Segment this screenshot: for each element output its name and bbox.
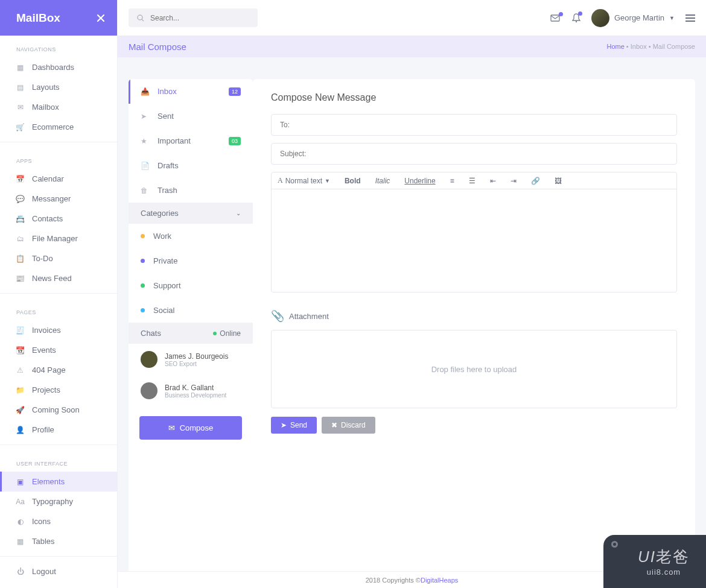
crumb-home[interactable]: Home: [606, 43, 624, 50]
breadcrumb: Home • Inbox • Mail Compose: [606, 43, 695, 50]
nav-events[interactable]: 📆Events: [0, 340, 117, 360]
btn-label: Compose: [180, 423, 214, 432]
search-box[interactable]: [129, 8, 258, 27]
italic-button[interactable]: Italic: [375, 177, 390, 185]
nav-label: Elements: [32, 477, 65, 486]
sent-icon: ➤: [141, 112, 149, 121]
nav-layouts[interactable]: ▤Layouts: [0, 77, 117, 97]
page-header: Mail Compose Home • Inbox • Mail Compose: [118, 36, 706, 57]
footer-link[interactable]: DigitalHeaps: [421, 577, 458, 584]
cat-label: Social: [153, 306, 174, 315]
category-private[interactable]: Private: [129, 248, 253, 273]
hamburger-menu-icon[interactable]: [685, 14, 695, 22]
folder-label: Inbox: [157, 87, 177, 96]
list-icon: 📋: [16, 254, 24, 262]
nav-tables[interactable]: ▦Tables: [0, 531, 117, 551]
nav-newsfeed[interactable]: 📰News Feed: [0, 268, 117, 288]
invoice-icon: 🧾: [16, 326, 24, 334]
divider: [0, 556, 117, 557]
section-title: Categories: [141, 209, 179, 218]
folder-sent[interactable]: ➤ Sent: [129, 104, 253, 128]
to-input[interactable]: [271, 114, 677, 136]
nav-calendar[interactable]: 📅Calendar: [0, 169, 117, 189]
folder-important[interactable]: ★ Important 03: [129, 128, 253, 153]
close-icon: ✖: [331, 421, 337, 429]
nav-invoices[interactable]: 🧾Invoices: [0, 320, 117, 340]
unordered-list-icon[interactable]: ☰: [469, 177, 475, 185]
contacts-icon: 📇: [16, 215, 24, 223]
search-input[interactable]: [150, 14, 249, 22]
subject-input[interactable]: [271, 143, 677, 165]
watermark: UI老爸 uii8.com: [603, 535, 706, 588]
color-dot: [141, 308, 145, 312]
avatar: [141, 351, 157, 368]
dropzone-text: Drop files here to upload: [431, 365, 517, 374]
nav-elements[interactable]: ▣Elements: [0, 472, 117, 492]
contact-name: James J. Bourgeois: [165, 352, 228, 361]
grid-icon: ▦: [16, 63, 24, 71]
nav-contacts[interactable]: 📇Contacts: [0, 209, 117, 229]
bold-button[interactable]: Bold: [345, 177, 361, 185]
folder-drafts[interactable]: 📄 Drafts: [129, 153, 253, 178]
nav-label: 404 Page: [32, 365, 66, 375]
nav-messenger[interactable]: 💬Messanger: [0, 189, 117, 209]
categories-header[interactable]: Categories ⌄: [129, 203, 253, 224]
badge: 12: [229, 87, 241, 96]
dropzone[interactable]: Drop files here to upload: [271, 330, 677, 408]
mail-icon: ✉: [16, 103, 24, 111]
category-work[interactable]: Work: [129, 224, 253, 248]
nav-filemanager[interactable]: 🗂File Manager: [0, 229, 117, 248]
category-social[interactable]: Social: [129, 298, 253, 323]
compose-button[interactable]: ✉ Compose: [139, 416, 242, 440]
image-icon[interactable]: 🖼: [555, 177, 562, 185]
nav-typography[interactable]: AaTypography: [0, 492, 117, 511]
watermark-circle-icon: [611, 541, 618, 548]
watermark-bottom: uii8.com: [647, 567, 681, 577]
rocket-icon: 🚀: [16, 406, 24, 414]
divider: [0, 293, 117, 294]
folder-label: Sent: [157, 112, 174, 121]
nav-profile[interactable]: 👤Profile: [0, 420, 117, 440]
nav-logout[interactable]: ⏻Logout: [0, 561, 117, 581]
nav-projects[interactable]: 📁Projects: [0, 380, 117, 400]
close-icon[interactable]: [97, 14, 105, 22]
online-dot-icon: [213, 332, 217, 335]
editor: A Normal text ▼ Bold Italic Underline ≡ …: [271, 172, 677, 292]
editor-toolbar: A Normal text ▼ Bold Italic Underline ≡ …: [272, 172, 676, 189]
user-name: George Martin: [614, 13, 664, 22]
nav-mailbox[interactable]: ✉Mailbox: [0, 97, 117, 117]
ordered-list-icon[interactable]: ≡: [450, 177, 454, 185]
nav-label: File Manager: [32, 234, 78, 243]
link-icon[interactable]: 🔗: [531, 177, 540, 185]
nav-label: Mailbox: [32, 103, 59, 112]
category-support[interactable]: Support: [129, 273, 253, 298]
editor-body[interactable]: [272, 189, 676, 292]
file-icon: 📄: [141, 162, 149, 170]
user-menu[interactable]: George Martin ▼: [591, 9, 675, 27]
send-button[interactable]: ➤ Send: [271, 417, 317, 434]
outdent-icon[interactable]: ⇤: [490, 177, 496, 185]
nav-dashboards[interactable]: ▦Dashboards: [0, 57, 117, 77]
indent-icon[interactable]: ⇥: [510, 177, 517, 185]
folder-trash[interactable]: 🗑 Trash: [129, 178, 253, 203]
nav-404[interactable]: ⚠404 Page: [0, 360, 117, 380]
folder-inbox[interactable]: 📥 Inbox 12: [129, 79, 253, 104]
nav-icons[interactable]: ◐Icons: [0, 511, 117, 531]
underline-button[interactable]: Underline: [404, 177, 435, 185]
nav-todo[interactable]: 📋To-Do: [0, 248, 117, 268]
chat-contact[interactable]: Brad K. Gallant Business Development: [129, 375, 253, 406]
nav-label: Dashboards: [32, 63, 74, 72]
table-icon: ▦: [16, 537, 24, 545]
nav-label: Projects: [32, 385, 60, 394]
online-status: Online: [213, 329, 241, 338]
nav-coming-soon[interactable]: 🚀Coming Soon: [0, 400, 117, 420]
crumb-inbox[interactable]: Inbox: [631, 43, 647, 50]
chevron-down-icon: ▼: [669, 15, 675, 21]
chat-contact[interactable]: James J. Bourgeois SEO Export: [129, 344, 253, 375]
discard-button[interactable]: ✖ Discard: [322, 417, 375, 434]
nav-ecommerce[interactable]: 🛒Ecommerce: [0, 117, 117, 137]
mail-notification-icon[interactable]: [550, 14, 561, 22]
text-style-dropdown[interactable]: A Normal text ▼: [278, 176, 330, 185]
bell-notification-icon[interactable]: [572, 13, 580, 23]
nav-label: Invoices: [32, 326, 61, 335]
